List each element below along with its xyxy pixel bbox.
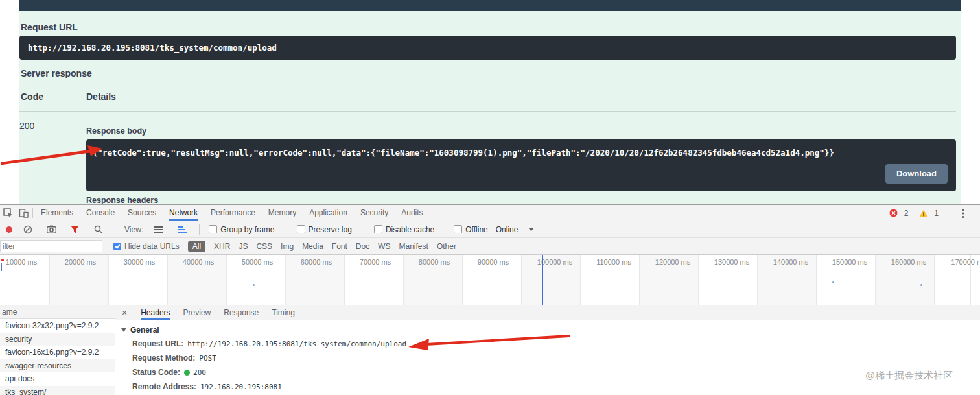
clear-icon[interactable] <box>20 222 36 237</box>
capture-screenshots-icon[interactable] <box>43 222 59 237</box>
kebab-menu-icon[interactable] <box>955 206 971 221</box>
tab-memory[interactable]: Memory <box>268 205 296 221</box>
error-count[interactable]: 2 <box>904 209 909 218</box>
screen: Request URL http://192.168.20.195:8081/t… <box>0 0 980 395</box>
network-toolbar: View: Group by frame <box>0 221 980 238</box>
close-icon[interactable]: × <box>122 307 127 318</box>
filter-type-css[interactable]: CSS <box>256 242 272 251</box>
filter-type-manifest[interactable]: Manifest <box>399 242 428 251</box>
timeline-load-event-line <box>542 255 543 305</box>
request-url-key: Request URL: <box>132 339 183 348</box>
timeline-tick: 160000 ms <box>891 258 926 266</box>
timeline-tick: 10000 ms <box>6 258 37 266</box>
filter-type-doc[interactable]: Doc <box>356 242 369 251</box>
timeline-tick: 140000 ms <box>773 258 808 266</box>
details-tab-response[interactable]: Response <box>224 305 259 320</box>
details-tab-bar: × Headers Preview Response Timing <box>115 305 980 320</box>
tab-console[interactable]: Console <box>86 205 115 221</box>
general-request-method-row: Request Method:POST <box>132 353 980 363</box>
hide-data-urls-checkbox[interactable]: Hide data URLs <box>113 242 180 251</box>
timeline-tick: 90000 ms <box>478 258 509 266</box>
tab-elements[interactable]: Elements <box>41 205 73 221</box>
view-waterfall-icon[interactable] <box>174 222 190 237</box>
disable-cache-checkbox[interactable]: Disable cache <box>374 225 434 234</box>
device-toolbar-icon[interactable] <box>16 205 31 221</box>
record-icon[interactable] <box>6 226 12 233</box>
timeline-tick: 110000 ms <box>596 258 631 266</box>
search-icon[interactable] <box>90 222 106 237</box>
timeline-tick: 170000 r <box>951 258 979 266</box>
details-tab-headers[interactable]: Headers <box>141 305 170 320</box>
filter-type-img[interactable]: Img <box>281 242 294 251</box>
disable-cache-label: Disable cache <box>386 225 434 234</box>
filter-type-font[interactable]: Font <box>332 242 347 251</box>
request-url-box: http://192.168.20.195:8081/tks_system/co… <box>19 36 956 60</box>
network-timeline-overview[interactable]: 10000 ms 20000 ms 30000 ms 40000 ms 5000… <box>0 255 980 305</box>
request-row[interactable]: favicon-16x16.png?v=2.9.2 <box>0 346 115 359</box>
general-section-header[interactable]: General <box>121 326 980 335</box>
timeline-tick: 130000 ms <box>714 258 749 266</box>
offline-label: Offline <box>465 225 487 234</box>
preserve-log-checkbox[interactable]: Preserve log <box>297 225 352 234</box>
name-column-header[interactable]: ame <box>0 305 115 319</box>
request-url-label: Request URL <box>21 22 78 32</box>
offline-checkbox[interactable]: Offline <box>454 225 487 234</box>
response-body-label: Response body <box>86 126 146 136</box>
filter-type-all[interactable]: All <box>188 241 205 252</box>
warning-badge-icon[interactable] <box>916 206 931 221</box>
checkbox-unchecked-icon <box>374 225 382 233</box>
request-row[interactable]: favicon-32x32.png?v=2.9.2 <box>0 319 115 333</box>
request-row[interactable]: swagger-resources <box>0 359 115 373</box>
checkbox-unchecked-icon <box>297 225 305 233</box>
timeline-tick: 60000 ms <box>301 258 332 266</box>
timeline-tick: 80000 ms <box>419 258 450 266</box>
tab-sources[interactable]: Sources <box>128 205 156 221</box>
filter-funnel-icon[interactable] <box>67 222 82 237</box>
filter-type-js[interactable]: JS <box>239 242 248 251</box>
status-green-dot-icon <box>184 370 190 376</box>
view-list-icon[interactable] <box>151 222 167 237</box>
group-by-frame-checkbox[interactable]: Group by frame <box>209 225 274 234</box>
watermark: @稀土掘金技术社区 <box>865 370 953 382</box>
code-column-header: Code <box>21 91 43 102</box>
tab-audits[interactable]: Audits <box>401 205 423 221</box>
divider <box>199 224 200 235</box>
filter-input[interactable] <box>0 240 102 252</box>
network-bottom-split: ame favicon-32x32.png?v=2.9.2 security f… <box>0 305 980 395</box>
inspect-element-icon[interactable] <box>0 205 16 221</box>
throttling-dropdown[interactable]: Online <box>496 222 536 237</box>
online-label: Online <box>496 225 519 234</box>
filter-type-media[interactable]: Media <box>302 242 323 251</box>
tab-security[interactable]: Security <box>360 205 388 221</box>
request-row[interactable]: api-docs <box>0 372 115 386</box>
remote-address-val: 192.168.20.195:8081 <box>200 383 282 391</box>
server-response-label: Server response <box>21 68 92 78</box>
group-by-frame-label: Group by frame <box>220 225 274 234</box>
details-tab-timing[interactable]: Timing <box>272 305 295 320</box>
divider <box>115 224 115 235</box>
remote-address-key: Remote Address: <box>132 382 196 391</box>
filter-type-other[interactable]: Other <box>437 242 456 251</box>
details-tab-preview[interactable]: Preview <box>183 305 211 320</box>
request-row[interactable]: tks_system/ <box>0 386 115 395</box>
request-list-panel: ame favicon-32x32.png?v=2.9.2 security f… <box>0 305 115 395</box>
warning-count[interactable]: 1 <box>934 209 939 218</box>
checkbox-unchecked-icon <box>209 225 217 233</box>
devtools-panel: Elements Console Sources Network Perform… <box>0 204 980 395</box>
hide-data-urls-label: Hide data URLs <box>124 242 180 251</box>
request-method-key: Request Method: <box>132 353 195 363</box>
timeline-request-dot <box>832 281 834 283</box>
error-badge-icon[interactable] <box>886 206 902 221</box>
checkbox-checked-icon <box>113 243 121 250</box>
tab-application[interactable]: Application <box>309 205 347 221</box>
download-button[interactable]: Download <box>885 164 948 184</box>
filter-type-xhr[interactable]: XHR <box>214 242 230 251</box>
filter-type-ws[interactable]: WS <box>378 242 390 251</box>
response-body-box: {"retCode":true,"resultMsg":null,"errorC… <box>86 139 956 191</box>
request-row[interactable]: security <box>0 333 115 346</box>
tab-network[interactable]: Network <box>169 205 198 221</box>
request-method-val: POST <box>199 354 216 363</box>
tab-performance[interactable]: Performance <box>211 205 255 221</box>
details-column-header: Details <box>86 91 116 102</box>
timeline-request-mark <box>1 259 4 261</box>
